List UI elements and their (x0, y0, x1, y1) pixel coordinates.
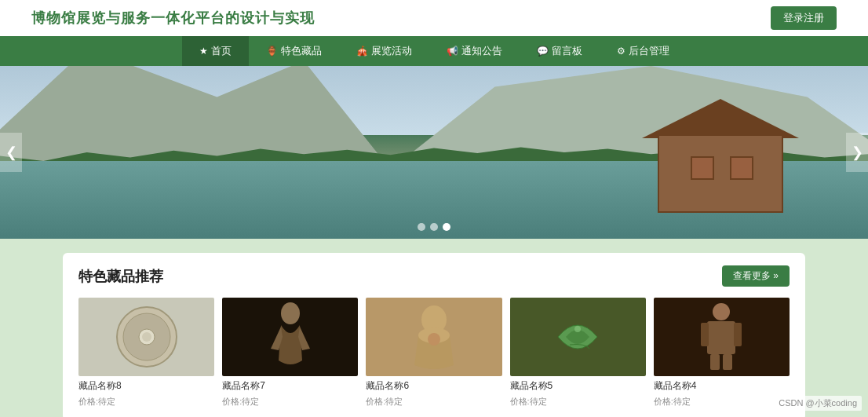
featured-title: 特色藏品推荐 (78, 267, 163, 286)
artifact-name: 藏品名称4 (654, 379, 790, 393)
nav-label-admin: 后台管理 (629, 44, 669, 58)
nav-label-home: 首页 (211, 44, 232, 58)
login-register-button[interactable]: 登录注册 (771, 6, 837, 30)
exhibition-icon: 🎪 (356, 46, 368, 57)
house (642, 103, 799, 213)
svg-point-4 (281, 302, 300, 324)
svg-rect-13 (710, 354, 720, 370)
guestbook-icon: 💬 (537, 46, 549, 57)
svg-rect-10 (707, 321, 735, 354)
landscape (0, 66, 868, 239)
nav-item-artifacts[interactable]: 🏺 特色藏品 (249, 36, 339, 66)
nav-label-guestbook: 留言板 (552, 44, 582, 58)
nav-item-notices[interactable]: 📢 通知公告 (429, 36, 520, 66)
artifact-shape (222, 298, 358, 376)
svg-point-7 (428, 333, 440, 346)
nav-item-exhibitions[interactable]: 🎪 展览活动 (339, 36, 429, 66)
admin-icon: ⚙ (617, 46, 625, 57)
carousel-next-button[interactable]: ❯ (846, 133, 868, 172)
artifact-card[interactable]: 藏品名称7价格:待定 (222, 298, 358, 408)
artifact-desc: 价格:待定 (366, 396, 501, 408)
nav-item-home[interactable]: ★ 首页 (182, 36, 249, 66)
svg-point-9 (713, 303, 730, 320)
featured-header: 特色藏品推荐 查看更多 » (78, 265, 790, 287)
carousel-dot-1[interactable] (418, 223, 425, 231)
artifact-desc: 价格:待定 (78, 396, 214, 408)
carousel-dots (418, 223, 450, 231)
artifact-card[interactable]: 藏品名称5价格:待定 (510, 298, 646, 408)
artifact-desc: 价格:待定 (654, 396, 790, 408)
artifact-desc: 价格:待定 (510, 396, 646, 408)
svg-point-8 (574, 326, 581, 332)
artifact-shape (366, 298, 501, 376)
carousel-image (0, 66, 868, 239)
notice-icon: 📢 (447, 46, 458, 57)
artifact-name: 藏品名称8 (78, 379, 214, 393)
artifact-image (654, 298, 790, 376)
carousel-dot-2[interactable] (430, 223, 438, 231)
site-title: 博物馆展览与服务一体化平台的设计与实现 (31, 9, 315, 27)
artifact-name: 藏品名称7 (222, 379, 358, 393)
artifact-image (78, 298, 214, 376)
main-content: 特色藏品推荐 查看更多 » 藏品名称8价格:待定 藏品名称7价格:待定 (0, 239, 868, 417)
carousel-prev-button[interactable]: ❮ (0, 133, 22, 172)
header: 博物馆展览与服务一体化平台的设计与实现 登录注册 (0, 0, 868, 36)
svg-rect-14 (723, 354, 732, 370)
watermark: CSDN @小菜coding (774, 396, 862, 411)
artifact-icon: 🏺 (266, 46, 278, 57)
house-window-right (730, 156, 753, 180)
svg-point-3 (142, 332, 151, 342)
featured-section: 特色藏品推荐 查看更多 » 藏品名称8价格:待定 藏品名称7价格:待定 (63, 253, 805, 417)
artifact-card[interactable]: 藏品名称6价格:待定 (366, 298, 501, 408)
artifact-shape (654, 298, 790, 376)
house-body (658, 134, 783, 213)
nav-label-notices: 通知公告 (461, 44, 502, 58)
home-icon: ★ (199, 46, 208, 57)
nav-item-admin[interactable]: ⚙ 后台管理 (600, 36, 687, 66)
artifacts-row: 藏品名称8价格:待定 藏品名称7价格:待定 藏品名称6价格:待定 (78, 298, 790, 408)
carousel-dot-3[interactable] (443, 223, 450, 231)
house-roof (642, 99, 799, 138)
hero-carousel: ❮ ❯ (0, 66, 868, 239)
navbar: ★ 首页 🏺 特色藏品 🎪 展览活动 📢 通知公告 💬 留言板 ⚙ 后台管理 (0, 36, 868, 66)
nav-label-artifacts: 特色藏品 (281, 44, 322, 58)
artifact-name: 藏品名称5 (510, 379, 646, 393)
artifact-image (510, 298, 646, 376)
view-more-button[interactable]: 查看更多 » (722, 265, 790, 287)
svg-rect-11 (701, 323, 709, 346)
artifact-image (222, 298, 358, 376)
artifact-desc: 价格:待定 (222, 396, 358, 408)
house-window-left (691, 156, 714, 180)
artifact-image (366, 298, 501, 376)
artifact-shape (510, 298, 646, 376)
artifact-card[interactable]: 藏品名称4价格:待定 (654, 298, 790, 408)
artifact-shape (78, 298, 214, 376)
artifact-card[interactable]: 藏品名称8价格:待定 (78, 298, 214, 408)
nav-item-guestbook[interactable]: 💬 留言板 (520, 36, 600, 66)
svg-rect-12 (734, 323, 742, 346)
nav-label-exhibitions: 展览活动 (371, 44, 412, 58)
artifact-name: 藏品名称6 (366, 379, 501, 393)
